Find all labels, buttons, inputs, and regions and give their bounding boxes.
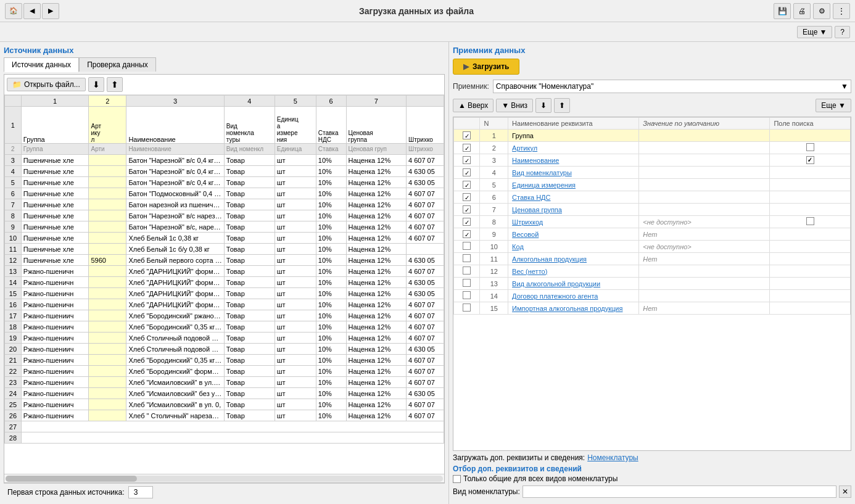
- settings-button[interactable]: ⚙: [813, 3, 830, 19]
- save-button[interactable]: 💾: [774, 3, 791, 19]
- paste-button[interactable]: ⬆: [554, 98, 570, 113]
- cell[interactable]: шт: [275, 310, 316, 321]
- cell[interactable]: Пшеничные хле: [21, 177, 89, 188]
- row-search-cell[interactable]: [770, 130, 851, 142]
- cell[interactable]: 10%: [316, 199, 346, 210]
- row-search-cell[interactable]: [770, 302, 851, 315]
- cell[interactable]: Хлеб Столичный подовой 0,7 кг: [126, 344, 224, 355]
- cell[interactable]: [89, 199, 126, 210]
- cell[interactable]: [21, 432, 444, 444]
- cell[interactable]: 10%: [316, 299, 346, 310]
- row-check-cell[interactable]: ✓: [454, 167, 480, 179]
- cell[interactable]: Группа: [21, 144, 89, 155]
- cell[interactable]: СтавкаНДС: [316, 107, 346, 144]
- back-button[interactable]: ◀: [23, 3, 41, 19]
- cell[interactable]: Ржано-пшениич: [21, 366, 89, 377]
- cell[interactable]: Ржано-пшениич: [21, 410, 89, 421]
- row-check-cell[interactable]: [454, 241, 480, 253]
- cell[interactable]: 5960: [89, 255, 126, 266]
- row-check-cell[interactable]: ✓: [454, 204, 480, 216]
- cell[interactable]: Батон "Нарезной" в/с 0,4 кг БЕ: [126, 166, 224, 177]
- cell[interactable]: Наценка 12%: [346, 221, 406, 233]
- forward-button[interactable]: ▶: [42, 3, 59, 19]
- more-options-button[interactable]: ⋮: [833, 3, 850, 19]
- cell[interactable]: шт: [275, 366, 316, 377]
- cell[interactable]: Наценка 12%: [346, 366, 406, 377]
- cell[interactable]: Хлеб "Исмаиловский" без упак: [126, 388, 224, 399]
- cell[interactable]: Товар: [224, 188, 275, 199]
- row-name-cell[interactable]: Группа: [508, 130, 639, 142]
- row-check-cell[interactable]: [454, 265, 480, 278]
- cell[interactable]: Штрихко: [406, 144, 444, 155]
- cell[interactable]: Ржано-пшениич: [21, 333, 89, 344]
- cell[interactable]: [89, 410, 126, 421]
- cell[interactable]: шт: [275, 155, 316, 166]
- cell[interactable]: Наценка 12%: [346, 266, 406, 277]
- cell[interactable]: 4 607 07: [406, 377, 444, 388]
- cell[interactable]: [89, 233, 126, 244]
- vid-clear-button[interactable]: ✕: [839, 485, 851, 498]
- cell[interactable]: 10%: [316, 344, 346, 355]
- cell[interactable]: [89, 399, 126, 410]
- cell[interactable]: Товар: [224, 210, 275, 221]
- cell[interactable]: Батон "Подмосковный" 0,4 кг в: [126, 188, 224, 199]
- cell[interactable]: 4 607 07: [406, 333, 444, 344]
- vid-input[interactable]: [522, 485, 836, 498]
- import-button[interactable]: ⬇: [88, 77, 104, 92]
- cell[interactable]: Ценоваягруппа: [346, 107, 406, 144]
- cell[interactable]: Товар: [224, 155, 275, 166]
- cell[interactable]: Наценка 12%: [346, 199, 406, 210]
- cell[interactable]: шт: [275, 221, 316, 233]
- row-search-cell[interactable]: [770, 228, 851, 241]
- cell[interactable]: Ржано-пшениич: [21, 388, 89, 399]
- row-check-cell[interactable]: ✓: [454, 191, 480, 204]
- cell[interactable]: Товар: [224, 177, 275, 188]
- row-name-cell[interactable]: Штрихкод: [508, 216, 639, 228]
- row-search-cell[interactable]: [770, 167, 851, 179]
- row-name-cell[interactable]: Наименование: [508, 154, 639, 167]
- row-check-cell[interactable]: ✓: [454, 179, 480, 191]
- cell[interactable]: Группа: [21, 107, 89, 144]
- cell[interactable]: 4 607 07: [406, 399, 444, 410]
- cell[interactable]: 4 630 05: [406, 255, 444, 266]
- col-header-3[interactable]: 3: [126, 96, 224, 107]
- cell[interactable]: Товар: [224, 244, 275, 255]
- row-checkbox[interactable]: ✓: [463, 168, 471, 176]
- cell[interactable]: Наценка 12%: [346, 177, 406, 188]
- cell[interactable]: шт: [275, 321, 316, 333]
- cell[interactable]: Хлеб "Исмаиловский" в уп. 0,: [126, 399, 224, 410]
- cell[interactable]: шт: [275, 377, 316, 388]
- cell[interactable]: [89, 177, 126, 188]
- cell[interactable]: 4 607 07: [406, 310, 444, 321]
- cell[interactable]: Видноменклатуры: [224, 107, 275, 144]
- cell[interactable]: Хлеб "Бородинский" формовой: [126, 366, 224, 377]
- cell[interactable]: 10%: [316, 166, 346, 177]
- cell[interactable]: Наценка 12%: [346, 166, 406, 177]
- row-checkbox[interactable]: [463, 254, 471, 262]
- cell[interactable]: [89, 310, 126, 321]
- row-search-cell[interactable]: [770, 241, 851, 253]
- row-checkbox[interactable]: ✓: [463, 181, 471, 189]
- cell[interactable]: 4 607 07: [406, 199, 444, 210]
- cell[interactable]: Хлеб "Исмаиловский" в ул., 0,: [126, 377, 224, 388]
- cell[interactable]: 10%: [316, 366, 346, 377]
- cell[interactable]: Ржано-пшениич: [21, 321, 89, 333]
- row-checkbox[interactable]: [463, 266, 471, 275]
- cell[interactable]: [89, 155, 126, 166]
- cell[interactable]: 4 607 07: [406, 233, 444, 244]
- row-search-cell[interactable]: [770, 142, 851, 154]
- cell[interactable]: 10%: [316, 333, 346, 344]
- cell[interactable]: Батон "Нарезной" в/с нарезан: [126, 210, 224, 221]
- cell[interactable]: Товар: [224, 277, 275, 288]
- cell[interactable]: Товар: [224, 166, 275, 177]
- cell[interactable]: Пшеничные хле: [21, 221, 89, 233]
- row-name-cell[interactable]: Вес (нетто): [508, 265, 639, 278]
- row-check-cell[interactable]: [454, 290, 480, 302]
- nomenclature-link[interactable]: Номенклатуры: [587, 453, 638, 462]
- cell[interactable]: [89, 188, 126, 199]
- cell[interactable]: Товар: [224, 399, 275, 410]
- cell[interactable]: шт: [275, 266, 316, 277]
- cell[interactable]: Штрихко: [406, 107, 444, 144]
- cell[interactable]: шт: [275, 255, 316, 266]
- row-name-cell[interactable]: Код: [508, 241, 639, 253]
